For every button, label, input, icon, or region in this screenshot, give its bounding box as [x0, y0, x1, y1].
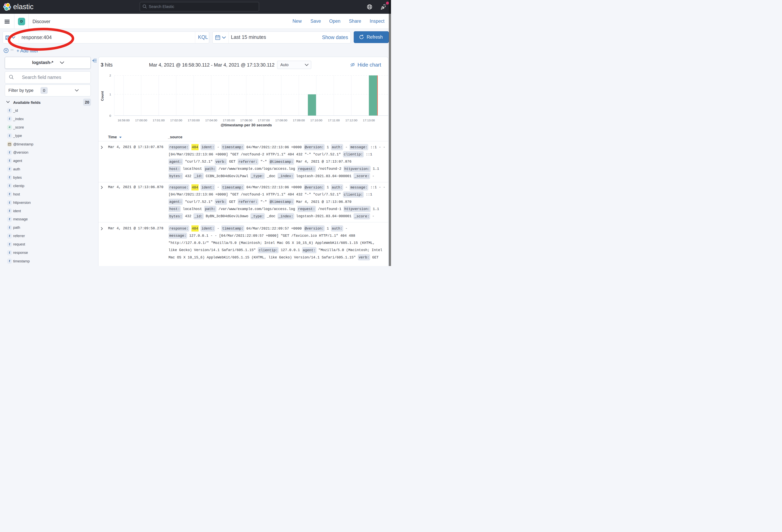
- svg-text:2: 2: [109, 74, 111, 77]
- svg-text:17:09:00: 17:09:00: [293, 119, 305, 122]
- svg-text:17:05:00: 17:05:00: [223, 119, 235, 122]
- svg-text:17:06:00: 17:06:00: [240, 119, 252, 122]
- svg-text:17:02:00: 17:02:00: [170, 119, 182, 122]
- svg-text:17:04:00: 17:04:00: [205, 119, 217, 122]
- svg-text:17:08:00: 17:08:00: [275, 119, 287, 122]
- svg-text:17:01:00: 17:01:00: [153, 119, 165, 122]
- svg-text:17:11:00: 17:11:00: [328, 119, 340, 122]
- svg-text:1: 1: [109, 93, 111, 96]
- svg-text:0: 0: [109, 114, 111, 117]
- svg-text:17:13:00: 17:13:00: [363, 119, 375, 122]
- svg-text:17:03:00: 17:03:00: [188, 119, 200, 122]
- svg-text:17:00:00: 17:00:00: [135, 119, 147, 122]
- svg-text:Count: Count: [101, 91, 104, 101]
- svg-text:@timestamp per 30 seconds: @timestamp per 30 seconds: [220, 123, 272, 127]
- svg-text:17:10:00: 17:10:00: [310, 119, 322, 122]
- svg-text:16:59:00: 16:59:00: [118, 119, 130, 122]
- svg-text:17:12:00: 17:12:00: [345, 119, 357, 122]
- svg-text:17:07:00: 17:07:00: [258, 119, 270, 122]
